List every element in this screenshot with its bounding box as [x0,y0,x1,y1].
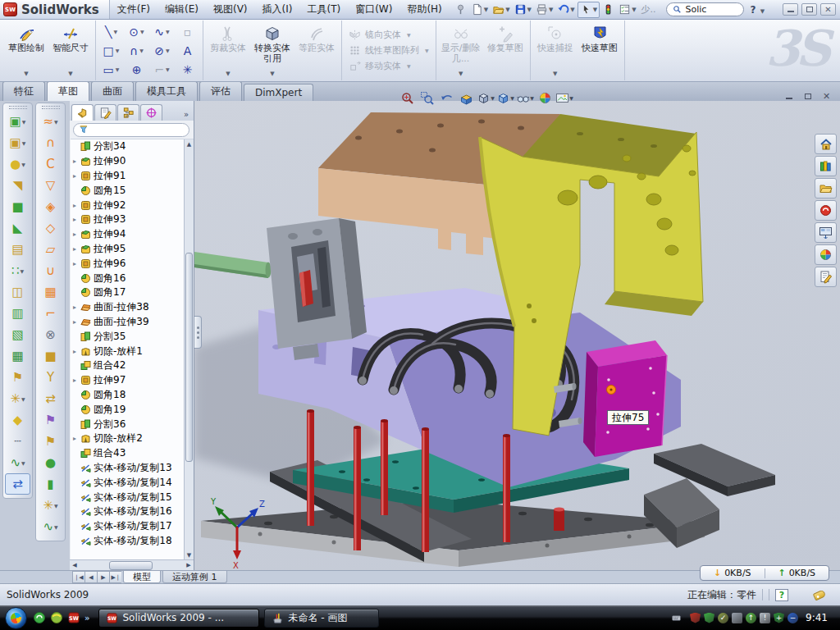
tree-item-拉伸90[interactable]: ▸拉伸90 [71,154,194,169]
tray-volume-icon[interactable] [732,613,742,623]
part-slider-insert[interactable] [583,340,667,457]
tree-item-分割35[interactable]: 分割35 [71,329,194,344]
graphics-viewport[interactable]: Y Z X ▼▼▼▼ ✕ 拉伸75 [194,101,840,570]
doc-minimize-button[interactable] [782,90,796,102]
tree-item-拉伸91[interactable]: ▸拉伸91 [71,169,194,184]
sketch-pick-region-button[interactable]: ▫ [175,22,200,41]
tree-item-实体-移动/复制18[interactable]: 实体-移动/复制18 [71,534,194,549]
replace-face-icon[interactable]: ■ [38,345,63,367]
doc-close-button[interactable]: ✕ [819,90,833,102]
draft-icon[interactable]: ▤ [5,239,30,260]
curve-2-icon[interactable]: ∿▼ [38,516,63,537]
curve-icon[interactable]: ∿▼ [5,452,30,473]
expand-arrow-icon[interactable]: ▸ [73,435,80,442]
knit-surface-icon[interactable]: ◈ [38,196,63,217]
menu-文件[interactable]: 文件(F) [110,2,158,16]
tree-item-实体-移动/复制13[interactable]: 实体-移动/复制13 [71,461,194,476]
measure-icon[interactable]: ⇄ [5,473,30,495]
taskbar-window-2[interactable]: 未命名 - 画图 [264,609,379,628]
revolve-boss-icon[interactable]: ▣▼ [5,132,30,153]
surface-flag-b-icon[interactable]: ⚑ [38,431,63,452]
quick-launch-messenger-icon[interactable] [33,611,46,624]
tree-item-分割34[interactable]: 分割34 [71,139,194,154]
start-button[interactable] [5,607,27,629]
toolbar-overflow-button[interactable]: 少.. [638,3,660,16]
restore-button[interactable] [801,3,817,16]
tab-scroll-last-button[interactable]: ▶❘ [109,571,121,583]
ribbon-tab-DimXpert[interactable]: DimXpert [244,84,313,101]
menu-视图[interactable]: 视图(V) [206,2,255,16]
thicken-icon[interactable]: ▦ [38,281,63,303]
sketch-button[interactable]: 草图绘制▼ [4,21,48,80]
tree-filter-input[interactable] [73,123,189,137]
apply-scene-icon[interactable]: ▼ [555,89,573,107]
repair-sketch-button[interactable]: 修复草图 [483,21,527,80]
tree-item-实体-移动/复制15[interactable]: 实体-移动/复制15 [71,490,194,504]
previous-view-icon[interactable] [437,89,455,107]
display-delete-relations-button[interactable]: 显示/删除几...▼ [439,21,483,80]
tab-scroll-right-button[interactable]: ▶ [97,571,109,583]
expand-arrow-icon[interactable]: ▸ [73,172,80,180]
expand-arrow-icon[interactable]: ▸ [73,318,80,326]
rib-icon[interactable]: ▥ [5,303,30,324]
ruled-surface-icon[interactable]: ⌐ [38,303,63,324]
sketch-circle-button[interactable]: ⊙▼ [124,22,149,41]
sketch-sketch-fillet-button[interactable]: ⌐▼ [149,60,175,79]
section-view-icon[interactable] [457,89,475,107]
tree-item-组合42[interactable]: 组合42 [71,358,194,373]
split-icon[interactable]: ▧ [5,324,30,345]
file-explorer-icon[interactable] [815,178,837,199]
panel-splitter-handle[interactable] [194,316,202,349]
tree-item-圆角19[interactable]: 圆角19 [71,402,194,417]
view-orientation-icon[interactable]: ▼ [477,89,495,107]
tree-item-圆角18[interactable]: 圆角18 [71,388,194,403]
quick-snaps-button[interactable]: 快速捕捉▼ [533,21,578,80]
doc-restore-button[interactable] [801,90,815,102]
sketch-point-button[interactable]: ✳ [175,60,200,79]
dimxpertmanager-tab[interactable] [140,104,162,121]
status-help-icon[interactable]: ? [775,589,788,601]
expand-arrow-icon[interactable]: ▸ [73,260,80,267]
boundary-boss-icon[interactable]: ◣ [5,217,30,239]
move-surface-icon[interactable]: ⇄ [38,388,63,409]
offset-surface-icon[interactable]: ▱ [38,239,63,260]
expand-arrow-icon[interactable]: ▸ [73,304,80,311]
tree-item-圆角15[interactable]: 圆角15 [71,183,194,198]
sketch-slot-button[interactable]: ▭▼ [98,60,124,79]
tree-item-曲面-拉伸39[interactable]: ▸曲面-拉伸39 [71,315,194,330]
rebuild-button[interactable] [600,2,616,18]
move-copy-body-icon[interactable]: ⚑ [5,367,30,388]
save-button[interactable]: ▼ [513,2,533,18]
move-entities-button[interactable]: 移动实体▼ [349,60,429,72]
tree-item-分割36[interactable]: 分割36 [71,417,194,431]
tray-updates-icon[interactable]: ✓ [718,613,728,623]
tree-item-组合43[interactable]: 组合43 [71,446,194,461]
tab-model[interactable]: 模型 [123,571,161,583]
taskbar-window-1[interactable]: SWSolidWorks 2009 - ... [98,609,259,628]
part-handle-assembly[interactable] [194,218,367,360]
minimize-button[interactable] [783,3,798,16]
tray-network-warning-icon[interactable]: ! [760,613,770,623]
ribbon-tab-草图[interactable]: 草图 [47,81,89,101]
sketch-ellipse-button[interactable]: ⊘▼ [149,41,175,60]
tree-item-圆角17[interactable]: 圆角17 [71,285,194,300]
scroll-right-icon[interactable]: ▶ [184,562,194,568]
tree-item-拉伸97[interactable]: ▸拉伸97 [71,373,194,388]
ribbon-tab-曲面[interactable]: 曲面 [91,81,134,101]
untrim-surface-icon[interactable]: Y [38,367,63,388]
configurationmanager-tab[interactable] [117,104,139,121]
print-button[interactable]: ▼ [534,2,555,18]
featuremanager-tab[interactable] [71,104,94,121]
quick-launch-ball-icon[interactable] [50,611,63,624]
hide-show-items-icon[interactable]: ▼ [516,89,534,107]
sketch-line-button[interactable]: ╲▼ [98,22,124,41]
sketch-rectangle-button[interactable]: □▼ [98,41,124,60]
convert-entities-button[interactable]: 转换实体引用▼ [250,21,294,80]
expand-arrow-icon[interactable]: ▸ [73,348,80,355]
open-button[interactable]: ▼ [491,2,511,18]
sketch-polygon-button[interactable]: ⊕ [124,60,149,79]
combine-icon[interactable]: ▦ [5,345,30,367]
quick-launch-solidworks-icon[interactable]: SW [67,611,80,624]
expand-arrow-icon[interactable]: ▸ [73,202,80,209]
options-button[interactable]: ▼ [617,2,637,18]
